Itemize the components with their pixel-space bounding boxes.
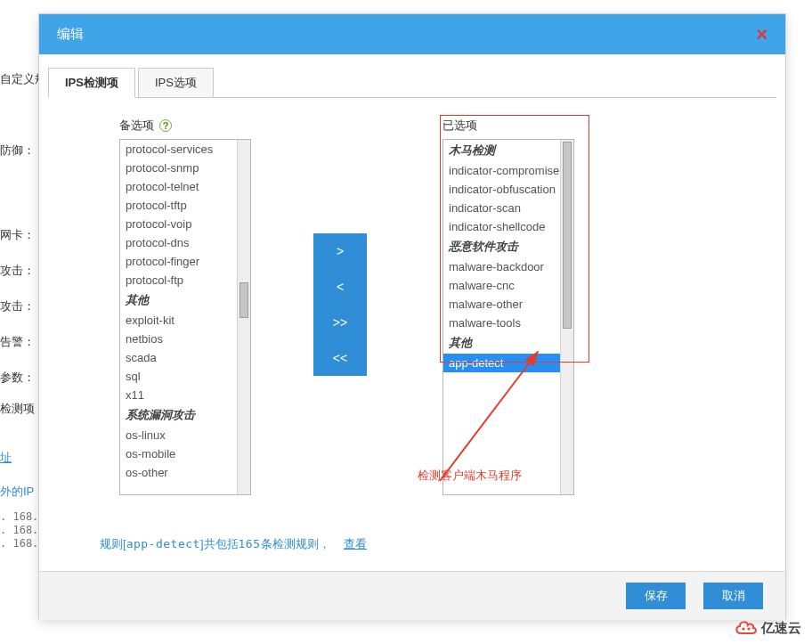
bg-label: 攻击： xyxy=(0,298,35,314)
list-item[interactable]: indicator-shellcode xyxy=(443,217,560,236)
list-item[interactable]: indicator-scan xyxy=(443,199,560,217)
list-item[interactable]: scada xyxy=(120,348,237,367)
rule-text: 条检测规则， xyxy=(261,537,330,550)
list-item[interactable]: protocol-dns xyxy=(120,233,237,252)
list-item[interactable]: protocol-voip xyxy=(120,215,237,233)
modal-footer: 保存 取消 xyxy=(39,571,785,620)
list-item: 木马检测 xyxy=(443,140,560,161)
bg-label: 参数： xyxy=(0,370,35,386)
tab-content: 备选项 ? protocol-servicesprotocol-snmpprot… xyxy=(48,98,776,570)
list-item[interactable]: protocol-tftp xyxy=(120,196,237,215)
list-item[interactable]: protocol-finger xyxy=(120,252,237,271)
watermark-logo-icon xyxy=(735,617,758,639)
list-item: 系统漏洞攻击 xyxy=(120,404,237,426)
list-item[interactable]: os-linux xyxy=(120,426,237,444)
cancel-button[interactable]: 取消 xyxy=(703,583,763,609)
list-item[interactable]: exploit-kit xyxy=(120,311,237,330)
available-scrollbar[interactable] xyxy=(237,140,250,494)
available-list[interactable]: protocol-servicesprotocol-snmpprotocol-t… xyxy=(120,140,237,494)
scrollbar-thumb[interactable] xyxy=(240,282,248,318)
list-item[interactable]: malware-other xyxy=(443,295,560,314)
rule-name: app-detect xyxy=(126,537,200,550)
rule-text: ]共包括 xyxy=(200,537,239,550)
annotation-text: 检测客户端木马程序 xyxy=(418,468,522,484)
list-item: 其他 xyxy=(120,289,237,311)
tab-ips-detection[interactable]: IPS检测项 xyxy=(48,68,135,98)
available-column: 备选项 ? protocol-servicesprotocol-snmpprot… xyxy=(119,118,251,495)
bg-caption: 外的IP xyxy=(0,484,34,500)
selected-list[interactable]: 木马检测indicator-compromiseindicator-obfusc… xyxy=(443,140,560,494)
list-item[interactable]: protocol-services xyxy=(120,140,237,159)
svg-point-2 xyxy=(747,627,750,630)
selected-listbox[interactable]: 木马检测indicator-compromiseindicator-obfusc… xyxy=(443,139,574,495)
tab-strip: IPS检测项 IPS选项 xyxy=(48,68,776,98)
transfer-widget: 备选项 ? protocol-servicesprotocol-snmpprot… xyxy=(75,118,776,495)
view-rules-link[interactable]: 查看 xyxy=(344,537,367,550)
list-item: 恶意软件攻击 xyxy=(443,236,560,257)
bg-label: 防御： xyxy=(0,143,35,159)
list-item[interactable]: x11 xyxy=(120,386,237,404)
remove-all-button[interactable]: << xyxy=(313,340,367,376)
list-item[interactable]: indicator-obfuscation xyxy=(443,180,560,199)
available-label: 备选项 ? xyxy=(119,118,251,134)
selected-scrollbar[interactable] xyxy=(560,140,573,494)
add-button[interactable]: > xyxy=(313,233,367,269)
svg-point-1 xyxy=(742,627,744,630)
save-button[interactable]: 保存 xyxy=(626,583,686,609)
selected-column: 已选项 木马检测indicator-compromiseindicator-ob… xyxy=(443,118,574,495)
list-item[interactable]: protocol-snmp xyxy=(120,159,237,177)
transfer-buttons: > < >> << xyxy=(313,233,367,376)
selected-label-text: 已选项 xyxy=(443,118,477,134)
add-all-button[interactable]: >> xyxy=(313,305,367,340)
available-label-text: 备选项 xyxy=(119,118,154,134)
list-item[interactable]: malware-cnc xyxy=(443,276,560,295)
list-item[interactable]: os-other xyxy=(120,463,237,482)
list-item[interactable]: indicator-compromise xyxy=(443,161,560,180)
list-item[interactable]: protocol-ftp xyxy=(120,271,237,289)
selected-label: 已选项 xyxy=(443,118,574,134)
list-item[interactable]: netbios xyxy=(120,330,237,348)
list-item[interactable]: app-detect xyxy=(443,354,560,372)
watermark: 亿速云 xyxy=(735,617,801,639)
rule-text: 规则[ xyxy=(100,537,126,550)
rule-summary-line: 规则[app-detect]共包括165条检测规则， 查看 xyxy=(100,536,367,552)
remove-button[interactable]: < xyxy=(313,269,367,305)
list-item: 其他 xyxy=(443,332,560,354)
modal-body: IPS检测项 IPS选项 备选项 ? protocol-servicesprot… xyxy=(39,54,785,571)
list-item[interactable]: protocol-telnet xyxy=(120,177,237,196)
bg-label: 告警： xyxy=(0,334,35,350)
bg-label: 网卡： xyxy=(0,227,35,243)
help-icon[interactable]: ? xyxy=(159,119,172,132)
list-item[interactable]: os-mobile xyxy=(120,444,237,463)
bg-link: 址 xyxy=(0,450,12,466)
tab-ips-options[interactable]: IPS选项 xyxy=(138,68,214,97)
available-listbox[interactable]: protocol-servicesprotocol-snmpprotocol-t… xyxy=(119,139,251,495)
list-item[interactable]: malware-backdoor xyxy=(443,257,560,276)
modal-title: 编辑 xyxy=(57,26,84,43)
watermark-text: 亿速云 xyxy=(761,620,801,637)
modal-header: 编辑 × xyxy=(39,14,785,54)
rule-count: 165 xyxy=(239,537,261,550)
scrollbar-thumb[interactable] xyxy=(563,142,572,329)
list-item[interactable]: malware-tools xyxy=(443,314,560,332)
bg-label: 攻击： xyxy=(0,263,35,279)
list-item[interactable]: sql xyxy=(120,367,237,386)
edit-modal: 编辑 × IPS检测项 IPS选项 备选项 ? protocol-service… xyxy=(38,13,786,619)
close-icon[interactable]: × xyxy=(756,23,767,46)
